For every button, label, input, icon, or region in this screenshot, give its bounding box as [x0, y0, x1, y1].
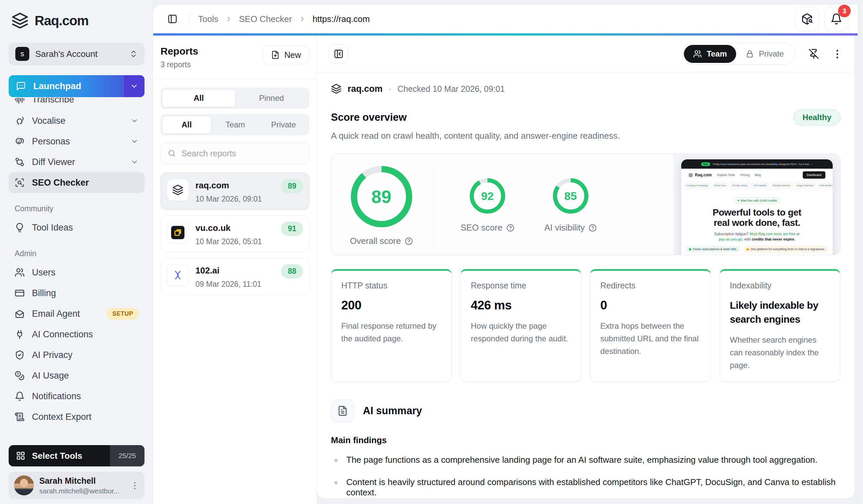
- thumb-headline: Powerful tools to get real work done, fa…: [681, 207, 833, 228]
- sidebar-toggle-button[interactable]: [164, 11, 180, 27]
- divider: [189, 12, 189, 26]
- breadcrumb-seo-checker[interactable]: SEO Checker: [239, 14, 292, 24]
- collapse-panel-button[interactable]: [329, 44, 348, 64]
- chevron-down-icon: [130, 158, 138, 166]
- scroll-text-icon: [15, 412, 25, 422]
- chevron-right-icon: [225, 15, 233, 23]
- sidebar-item-vocalise[interactable]: Vocalise: [9, 111, 145, 131]
- thumb-banner: New Pretty Docs transforms plain documen…: [681, 159, 833, 169]
- sidebar-item-tool-ideas[interactable]: Tool Ideas: [9, 217, 145, 238]
- sidebar-item-diff-viewer[interactable]: Diff Viewer: [9, 152, 145, 172]
- share-private-button[interactable]: Private: [736, 45, 793, 63]
- thumb-subheadline: Subscription fatigue? Most Raq.com tools…: [681, 231, 833, 242]
- plug-icon: [15, 329, 25, 339]
- scan-search-icon: [15, 178, 25, 188]
- package-search-button[interactable]: [795, 7, 819, 31]
- metric-http-status: HTTP status 200 Final response returned …: [331, 269, 452, 382]
- sidebar-item-label: AI Usage: [32, 371, 138, 381]
- sidebar-item-ai-privacy[interactable]: AI Privacy: [9, 345, 145, 365]
- main-findings-label: Main findings: [331, 435, 840, 445]
- metric-desc: Extra hops between the submitted URL and…: [600, 320, 701, 358]
- new-report-button[interactable]: New: [263, 46, 309, 64]
- sidebar-item-label: SEO Checker: [32, 178, 138, 188]
- score-overview-subtitle: A quick read on crawl health, content qu…: [331, 131, 840, 141]
- share-team-button[interactable]: Team: [684, 45, 736, 63]
- share-private-label: Private: [759, 49, 784, 59]
- notifications-button[interactable]: 3: [824, 7, 848, 31]
- search-icon: [167, 149, 176, 158]
- unpin-button[interactable]: [809, 49, 819, 59]
- report-item-vu[interactable]: vu.co.uk 10 Mar 2026, 05:01 91: [161, 215, 309, 253]
- report-detail-card: Team Private ⋮ raq: [317, 36, 854, 498]
- tab-all[interactable]: All: [162, 116, 211, 134]
- main-area: Team Private ⋮ raq: [317, 36, 858, 504]
- more-options-button[interactable]: ⋮: [833, 48, 842, 60]
- ai-visibility-label: AI visibility: [545, 222, 585, 233]
- report-domain: raq.com: [348, 84, 383, 94]
- file-plus-icon: [271, 51, 280, 59]
- select-tools-button[interactable]: Select Tools 25/25: [9, 445, 145, 466]
- sidebar-item-notifications[interactable]: Notifications: [9, 386, 145, 406]
- tab-team[interactable]: Team: [211, 116, 259, 134]
- report-score-badge: 91: [281, 222, 303, 236]
- account-switcher[interactable]: s Sarah's Account: [9, 42, 145, 65]
- launchpad-expand-button[interactable]: [123, 75, 145, 97]
- mail-icon: [15, 309, 25, 319]
- sidebar-item-label: AI Connections: [32, 329, 138, 340]
- overall-score-value: 89: [350, 165, 413, 228]
- thumb-value-pills: Fewer subscriptions & lower bills. One p…: [681, 246, 833, 253]
- sidebar-item-seo-checker[interactable]: SEO Checker: [9, 172, 145, 193]
- breadcrumb-tools[interactable]: Tools: [198, 14, 218, 24]
- report-date: 10 Mar 2026, 09:01: [196, 195, 303, 204]
- search-reports-box: [161, 143, 309, 164]
- setup-badge: SETUP: [107, 308, 138, 320]
- credit-card-icon: [15, 288, 25, 298]
- sidebar-item-label: Diff Viewer: [32, 157, 123, 167]
- thumb-banner-text: Pretty Docs transforms plain documents i…: [713, 163, 813, 166]
- sidebar-item-ai-connections[interactable]: AI Connections: [9, 324, 145, 345]
- user-email: sarah.mitchell@westbur...: [39, 487, 123, 495]
- favicon-raq: [167, 179, 189, 201]
- metric-desc: Whether search engines can reasonably in…: [730, 334, 830, 372]
- help-icon[interactable]: [405, 237, 413, 245]
- layers-icon: [689, 173, 693, 177]
- reports-title: Reports: [161, 46, 198, 57]
- sidebar-item-label: Personas: [32, 137, 123, 147]
- favicon-102: [167, 264, 189, 286]
- voice-icon: [15, 116, 25, 126]
- metric-response-time: Response time 426 ms How quickly the pag…: [461, 269, 581, 382]
- sidebar-item-label: Notifications: [32, 391, 138, 402]
- tab-private[interactable]: Private: [259, 116, 308, 134]
- finding-item: Content is heavily structured around com…: [331, 477, 840, 498]
- launchpad-button[interactable]: Launchpad: [9, 75, 145, 97]
- help-icon[interactable]: [589, 224, 597, 232]
- new-report-label: New: [284, 50, 301, 60]
- favicon-vu: [167, 222, 189, 244]
- sidebar-item-context-export[interactable]: Context Export: [9, 406, 145, 427]
- user-menu[interactable]: Sarah Mitchell sarah.mitchell@westbur...…: [9, 472, 145, 499]
- notification-badge: 3: [838, 5, 851, 17]
- sidebar-item-label: Context Export: [32, 412, 138, 422]
- search-reports-input[interactable]: [182, 149, 302, 158]
- sidebar-item-email-agent[interactable]: Email Agent SETUP: [9, 303, 145, 324]
- metric-desc: Final response returned by the audited p…: [341, 320, 441, 345]
- sidebar-item-users[interactable]: Users: [9, 262, 145, 283]
- layers-logo-icon: [11, 12, 29, 29]
- brand-name: Raq.com: [35, 13, 89, 28]
- chevron-down-icon: [130, 82, 138, 90]
- sidebar-item-label: Email Agent: [32, 309, 100, 319]
- sidebar-item-label: Transcribe: [32, 98, 138, 105]
- ellipsis-vertical-icon[interactable]: ⋮: [130, 480, 139, 491]
- help-icon[interactable]: [506, 224, 514, 232]
- metric-indexability: Indexability Likely indexable by search …: [720, 269, 840, 382]
- sidebar-item-ai-usage[interactable]: AI Usage: [9, 365, 145, 386]
- sidebar-item-transcribe-clipped[interactable]: Transcribe: [9, 98, 145, 111]
- sidebar-item-personas[interactable]: Personas: [9, 131, 145, 152]
- sidebar-item-billing[interactable]: Billing: [9, 283, 145, 303]
- tab-pinned[interactable]: Pinned: [235, 89, 308, 107]
- report-item-raq[interactable]: raq.com 10 Mar 2026, 09:01 89: [161, 173, 309, 210]
- tab-all[interactable]: All: [162, 89, 235, 107]
- findings-list: The page functions as a comprehensive la…: [331, 455, 840, 498]
- sidebar-item-label: Vocalise: [32, 116, 123, 126]
- report-item-102[interactable]: 102.ai 09 Mar 2026, 11:01 88: [161, 258, 309, 295]
